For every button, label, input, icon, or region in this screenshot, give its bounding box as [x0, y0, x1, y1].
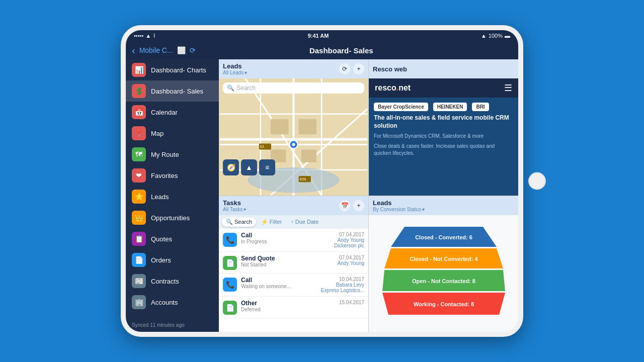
leads-map-panel: Leads All Leads ▾ ⟳ +	[219, 59, 368, 196]
sidebar-item-orders[interactable]: 📄 Orders	[126, 249, 219, 270]
device-screen: ••••• ▲ ⌇ 9:41 AM ▲ 100% ▬ ‹ Mobile C...…	[126, 30, 518, 332]
sidebar-item-quotes[interactable]: 📋 Quotes	[126, 228, 219, 249]
leads-map-add-button[interactable]: +	[353, 63, 364, 74]
sidebar-item-map[interactable]: 📍 Map	[126, 123, 219, 144]
calendar-icon: 📅	[132, 105, 146, 119]
task-person-1: Andy Young	[338, 260, 364, 266]
leads-map-refresh-button[interactable]: ⟳	[339, 63, 350, 74]
task-item-0[interactable]: 📞 Call In Progress 07.04.2017 Andy Young…	[219, 229, 368, 252]
resco-hamburger-icon[interactable]: ☰	[504, 82, 512, 94]
task-search-filter[interactable]: 🔍 Search	[222, 217, 256, 227]
battery-icon: ▬	[505, 33, 510, 39]
location-icon: ▲	[481, 33, 487, 39]
task-date-1: 07.04.2017	[338, 255, 364, 260]
resco-brand-logos: Bayer CropScience HEINEKEN BRI	[374, 103, 513, 111]
map-svg: E58 63	[219, 78, 368, 196]
sidebar-item-opportunities[interactable]: 👑 Opportunities	[126, 207, 219, 228]
map-navigation-button[interactable]: ▲	[241, 159, 257, 175]
leads-funnel-header: Leads By Conversion Status ▾	[369, 196, 518, 215]
task-icon-1: 📄	[223, 256, 237, 270]
tasks-actions: 📅 +	[339, 200, 364, 211]
map-location-button[interactable]: 🧭	[223, 159, 239, 175]
search-filter-label: Search	[234, 219, 252, 225]
task-item-3[interactable]: 📄 Other Deferred 15.04.2017	[219, 297, 368, 318]
sidebar-item-accounts[interactable]: 🏢 Accounts	[126, 292, 219, 313]
task-meta-1: 07.04.2017 Andy Young	[338, 255, 364, 266]
leads-map-subtitle-text: All Leads	[223, 70, 244, 75]
sidebar-item-calendar[interactable]: 📅 Calendar	[126, 102, 219, 123]
sidebar-label-my-route: My Route	[151, 151, 179, 158]
tasks-chevron-icon: ▾	[244, 207, 246, 212]
leads-map-header: Leads All Leads ▾ ⟳ +	[219, 59, 368, 78]
title-bar-left: ‹ Mobile C... ⬜ ⟳	[132, 45, 196, 56]
leads-funnel-title: Leads	[373, 199, 425, 207]
resco-body: Close deals & cases faster. Increase sal…	[374, 143, 513, 157]
task-date-3: 15.04.2017	[339, 300, 364, 305]
task-person-2: Babara Levy	[321, 282, 364, 288]
resco-logo-dot: .	[396, 83, 398, 92]
task-item-2[interactable]: 📞 Call Waiting on someone... 10.04.2017 …	[219, 274, 368, 297]
status-time: 9:41 AM	[308, 33, 329, 39]
svg-rect-12	[299, 119, 316, 134]
sidebar-item-favorites[interactable]: ❤ Favorites	[126, 165, 219, 186]
map-filter-button[interactable]: ≡	[259, 159, 275, 175]
signal-dots: •••••	[134, 33, 143, 39]
svg-text:Working - Contacted: 8: Working - Contacted: 8	[413, 301, 473, 307]
bri-brand: BRI	[472, 103, 489, 111]
sidebar-label-accounts: Accounts	[151, 299, 178, 306]
sidebar-label-quotes: Quotes	[151, 235, 172, 243]
leads-map-title-block: Leads All Leads ▾	[223, 62, 247, 75]
task-person-0: Andy Young	[334, 237, 364, 243]
task-item-1[interactable]: 📄 Send Quote Not Started 07.04.2017 Andy…	[219, 252, 368, 274]
tasks-subtitle-text: All Tasks	[223, 207, 243, 212]
sidebar-label-favorites: Favorites	[151, 172, 178, 179]
task-duedate-btn[interactable]: ↑ Due Date	[287, 217, 323, 227]
svg-text:Open - Not Contacted: 8: Open - Not Contacted: 8	[412, 278, 475, 284]
task-filter-btn[interactable]: ⚡ Filter	[257, 217, 286, 227]
panels-area: Leads All Leads ▾ ⟳ +	[219, 59, 518, 332]
map-controls: 🧭 ▲ ≡	[223, 159, 275, 175]
resco-content: Bayer CropScience HEINEKEN BRI The all-i…	[369, 98, 518, 196]
svg-point-16	[292, 143, 295, 146]
tasks-panel: Tasks All Tasks ▾ 📅 +	[219, 196, 368, 332]
tasks-subtitle: All Tasks ▾	[223, 207, 246, 212]
search-filter-icon: 🔍	[226, 219, 233, 225]
map-search[interactable]: 🔍 Search	[223, 82, 364, 94]
sidebar-item-leads[interactable]: ⭐ Leads	[126, 186, 219, 207]
back-arrow-icon[interactable]: ‹	[132, 45, 135, 56]
sidebar-item-dashboard-sales[interactable]: 💲 Dashboard- Sales	[126, 80, 219, 102]
my-route-icon: 🗺	[132, 147, 146, 161]
duedate-icon: ↑	[291, 219, 294, 225]
tasks-add-button[interactable]: +	[353, 200, 364, 211]
home-button[interactable]	[528, 172, 546, 190]
tasks-calendar-button[interactable]: 📅	[339, 200, 350, 211]
panels-top: Leads All Leads ▾ ⟳ +	[219, 59, 518, 196]
filter-icon: ⚡	[261, 219, 268, 225]
leads-map-subtitle: All Leads ▾	[223, 70, 247, 75]
title-bar: ‹ Mobile C... ⬜ ⟳ Dashboard- Sales	[126, 41, 518, 59]
contracts-icon: 📰	[132, 274, 146, 288]
battery-text: 100%	[489, 33, 503, 39]
sidebar-label-calendar: Calendar	[151, 109, 178, 116]
sync-icon[interactable]: ⟳	[190, 46, 196, 54]
sidebar-item-dashboard-charts[interactable]: 📊 Dashboard- Charts	[126, 59, 219, 80]
svg-text:Closed - Converted: 6: Closed - Converted: 6	[415, 234, 472, 240]
task-meta-0: 07.04.2017 Andy Young Dickerson plc	[334, 232, 364, 248]
tasks-list: 📞 Call In Progress 07.04.2017 Andy Young…	[219, 229, 368, 332]
accounts-icon: 🏢	[132, 295, 146, 309]
task-title-1: Send Quote	[241, 255, 334, 262]
sidebar-label-contracts: Contracts	[151, 278, 179, 285]
sidebar-item-contracts[interactable]: 📰 Contracts	[126, 270, 219, 292]
task-status-2: Waiting on someone...	[241, 284, 317, 289]
map-container[interactable]: E58 63 🔍 Search 🧭 ▲ ≡	[219, 78, 368, 196]
task-date-0: 07.04.2017	[334, 232, 364, 237]
leads-funnel-subtitle: By Conversion Status ▾	[373, 207, 425, 212]
resco-subtext: For Microsoft Dynamics CRM, Salesforce &…	[374, 133, 513, 140]
filter-label: Filter	[270, 219, 282, 225]
dashboard-charts-icon: 📊	[132, 63, 146, 77]
funnel-chart: Closed - Converted: 6 Closed - Not Conve…	[369, 215, 518, 332]
task-title-2: Call	[241, 277, 317, 284]
sidebar-item-my-route[interactable]: 🗺 My Route	[126, 144, 219, 165]
device-frame: ••••• ▲ ⌇ 9:41 AM ▲ 100% ▬ ‹ Mobile C...…	[121, 25, 523, 337]
task-icon-0: 📞	[223, 233, 237, 247]
